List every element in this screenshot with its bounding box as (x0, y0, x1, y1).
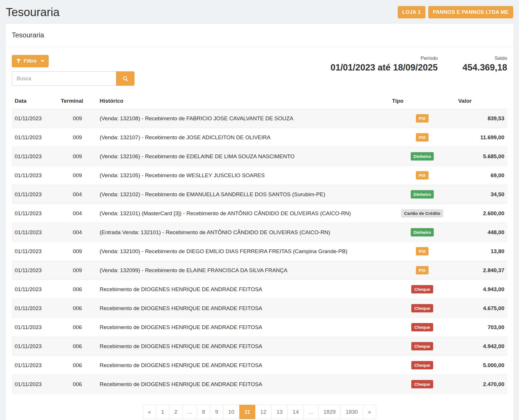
cell-terminal: 009 (58, 128, 97, 147)
header-badges: LOJA 1 PANNOS E PANNOS LTDA ME (398, 6, 513, 18)
column-header-tipo: Tipo (389, 94, 455, 109)
cell-historico: Recebimento de DIOGENES HENRIQUE DE ANDR… (97, 280, 389, 299)
pagination-page-10[interactable]: 10 (223, 405, 240, 419)
transactions-table: DataTerminalHistóricoTipoValor 01/11/202… (12, 94, 507, 394)
table-row: 01/11/2023004(Entrada Venda: 132101) - R… (12, 223, 507, 242)
tipo-badge: PIX (416, 114, 429, 123)
cell-historico: (Entrada Venda: 132101) - Recebimento de… (97, 223, 389, 242)
pagination-page-13[interactable]: 13 (271, 405, 288, 419)
cell-valor: 11.699,00 (455, 128, 507, 147)
cell-valor: 2.470,00 (455, 375, 507, 394)
cell-terminal: 004 (58, 185, 97, 204)
period-value: 01/01/2023 até 18/09/2025 (331, 62, 438, 73)
cell-historico: Recebimento de DIOGENES HENRIQUE DE ANDR… (97, 356, 389, 375)
pagination-page-12[interactable]: 12 (255, 405, 272, 419)
filter-button[interactable]: Filtro (12, 55, 49, 67)
saldo-stat: Saldo 454.369,18 (463, 56, 507, 73)
column-header-historico: Histórico (97, 94, 389, 109)
cell-tipo: Cheque (389, 337, 455, 356)
table-row: 01/11/2023009(Venda: 132108) - Recebimen… (12, 109, 507, 128)
tipo-badge: PIX (416, 171, 429, 180)
cell-data: 01/11/2023 (12, 375, 58, 394)
cell-tipo: Dinheiro (389, 185, 455, 204)
pagination-next[interactable]: » (363, 405, 376, 419)
cell-data: 01/11/2023 (12, 299, 58, 318)
cell-terminal: 009 (58, 147, 97, 166)
cell-valor: 4.942,00 (455, 337, 507, 356)
saldo-label: Saldo (463, 56, 507, 61)
cell-terminal: 009 (58, 166, 97, 185)
pagination-page-1[interactable]: 1 (156, 405, 169, 419)
table-row: 01/11/2023009(Venda: 132100) - Recebimen… (12, 242, 507, 261)
cell-valor: 448,00 (455, 223, 507, 242)
tipo-badge: Cartão de Crédito (401, 209, 443, 217)
cell-valor: 13,80 (455, 242, 507, 261)
cell-data: 01/11/2023 (12, 147, 58, 166)
table-header-row: DataTerminalHistóricoTipoValor (12, 94, 507, 109)
cell-data: 01/11/2023 (12, 242, 58, 261)
table-row: 01/11/2023004(Venda: 132101) (MasterCard… (12, 204, 507, 223)
cell-data: 01/11/2023 (12, 261, 58, 280)
cell-terminal: 009 (58, 242, 97, 261)
tesouraria-card: Tesouraria Filtro (5, 23, 514, 420)
search-button[interactable] (116, 71, 135, 86)
page-title: Tesouraria (6, 6, 60, 19)
tipo-badge: PIX (416, 133, 429, 142)
search-input[interactable] (12, 71, 116, 86)
cell-terminal: 006 (58, 375, 97, 394)
cell-historico: Recebimento de DIOGENES HENRIQUE DE ANDR… (97, 318, 389, 337)
search-icon (122, 76, 128, 82)
cell-terminal: 004 (58, 204, 97, 223)
cell-valor: 2.840,37 (455, 261, 507, 280)
tipo-badge: Dinheiro (411, 152, 434, 161)
tipo-badge: Cheque (411, 304, 433, 312)
tipo-badge: Dinheiro (411, 190, 434, 198)
tipo-badge: Cheque (411, 342, 433, 350)
table-row: 01/11/2023006Recebimento de DIOGENES HEN… (12, 337, 507, 356)
cell-terminal: 004 (58, 223, 97, 242)
tipo-badge: Cheque (411, 380, 433, 388)
table-row: 01/11/2023009(Venda: 132105) - Recebimen… (12, 166, 507, 185)
table-row: 01/11/2023006Recebimento de DIOGENES HEN… (12, 356, 507, 375)
cell-historico: (Venda: 132101) (MasterCard [3]) - Receb… (97, 204, 389, 223)
cell-historico: (Venda: 132108) - Recebimento de FABRICI… (97, 109, 389, 128)
period-stat: Período 01/01/2023 até 18/09/2025 (331, 56, 438, 73)
table-row: 01/11/2023009(Venda: 132099) - Recebimen… (12, 261, 507, 280)
tipo-badge: Dinheiro (411, 228, 434, 236)
pagination-ellipsis: ... (182, 405, 197, 419)
cell-data: 01/11/2023 (12, 280, 58, 299)
cell-valor: 69,00 (455, 166, 507, 185)
pagination-page-8[interactable]: 8 (197, 405, 210, 419)
cell-historico: (Venda: 132107) - Recebimento de JOSE AD… (97, 128, 389, 147)
page-header: Tesouraria LOJA 1 PANNOS E PANNOS LTDA M… (0, 0, 519, 23)
pagination-page-1830[interactable]: 1830 (340, 405, 363, 419)
cell-historico: (Venda: 132102) - Recebimento de EMANUEL… (97, 185, 389, 204)
cell-historico: Recebimento de DIOGENES HENRIQUE DE ANDR… (97, 375, 389, 394)
table-row: 01/11/2023006Recebimento de DIOGENES HEN… (12, 299, 507, 318)
table-row: 01/11/2023006Recebimento de DIOGENES HEN… (12, 375, 507, 394)
cell-data: 01/11/2023 (12, 185, 58, 204)
cell-historico: Recebimento de DIOGENES HENRIQUE DE ANDR… (97, 299, 389, 318)
cell-tipo: Cartão de Crédito (389, 204, 455, 223)
pagination-prev[interactable]: « (143, 405, 156, 419)
cell-data: 01/11/2023 (12, 223, 58, 242)
pagination-page-2[interactable]: 2 (169, 405, 183, 419)
cell-tipo: PIX (389, 109, 455, 128)
cell-tipo: Cheque (389, 356, 455, 375)
pagination-page-1829[interactable]: 1829 (318, 405, 341, 419)
pagination-page-9[interactable]: 9 (210, 405, 223, 419)
cell-tipo: PIX (389, 242, 455, 261)
cell-valor: 5.000,00 (455, 356, 507, 375)
toolbar: Filtro (12, 55, 507, 86)
cell-historico: (Venda: 132105) - Recebimento de WESLLEY… (97, 166, 389, 185)
cell-tipo: PIX (389, 261, 455, 280)
column-header-terminal: Terminal (58, 94, 97, 109)
pagination-page-11[interactable]: 11 (239, 405, 255, 419)
cell-valor: 839,53 (455, 109, 507, 128)
store-badge-button[interactable]: LOJA 1 (398, 6, 425, 18)
pagination-page-14[interactable]: 14 (287, 405, 304, 419)
cell-data: 01/11/2023 (12, 356, 58, 375)
tipo-badge: Cheque (411, 323, 433, 331)
cell-historico: (Venda: 132106) - Recebimento de EDELAIN… (97, 147, 389, 166)
company-badge-button[interactable]: PANNOS E PANNOS LTDA ME (428, 6, 513, 18)
